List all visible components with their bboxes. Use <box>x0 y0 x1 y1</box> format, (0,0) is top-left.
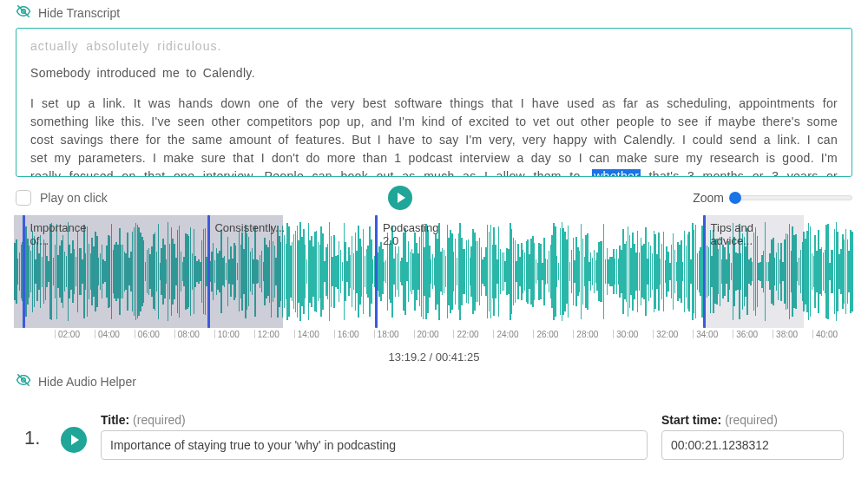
timeline-tick: 22:00 <box>453 330 493 338</box>
play-icon <box>71 435 79 445</box>
start-time-label: Start time: (required) <box>661 413 844 427</box>
timeline-tick: 06:00 <box>135 330 174 338</box>
segment-start-input[interactable] <box>661 430 844 460</box>
toggle-transcript-label: Hide Transcript <box>38 6 120 20</box>
timeline-tick: 12:00 <box>254 330 294 338</box>
timeline-tick: 18:00 <box>374 330 414 338</box>
eye-off-icon <box>16 372 31 391</box>
region-marker[interactable] <box>207 215 210 328</box>
segment-row: 1. Title: (required) Start time: (requir… <box>16 396 852 460</box>
slider-thumb[interactable] <box>729 192 741 204</box>
toggle-transcript[interactable]: Hide Transcript <box>16 3 852 23</box>
region-label: Importanceof... <box>27 220 90 250</box>
timeline-tick: 40:00 <box>812 330 852 338</box>
timeline-tick: 08:00 <box>174 330 214 338</box>
region-marker[interactable] <box>23 215 25 328</box>
region-label: Podcasting2.0 <box>379 220 442 250</box>
region-marker[interactable] <box>703 215 706 328</box>
checkbox[interactable] <box>16 190 31 206</box>
timeline-tick: 16:00 <box>334 330 374 338</box>
transcript-line: I set up a link. It was hands down one o… <box>30 95 838 177</box>
timeline-tick: 36:00 <box>733 330 773 338</box>
timeline-tick: 32:00 <box>653 330 693 338</box>
timeline-tick: 24:00 <box>493 330 533 338</box>
timeline-tick: 30:00 <box>613 330 653 338</box>
zoom-label: Zoom <box>693 191 724 205</box>
region-label: Tips andadvice... <box>707 220 757 250</box>
waveform[interactable]: Importanceof... Consistently... Podcasti… <box>14 215 854 328</box>
timeline-tick: 02:00 <box>55 330 95 338</box>
transcript-box[interactable]: actually absolutely ridiculous. Somebody… <box>16 28 852 177</box>
play-icon <box>398 193 405 203</box>
play-on-click-label: Play on click <box>40 191 108 205</box>
timeline-tick: 10:00 <box>214 330 254 338</box>
zoom-slider[interactable] <box>731 195 852 200</box>
segment-number: 1. <box>24 413 47 449</box>
timeline: 02:0004:0006:0008:0010:0012:0014:0016:00… <box>16 328 852 347</box>
region-label: Consistently... <box>211 220 288 237</box>
transcript-line: actually absolutely ridiculous. <box>30 37 838 56</box>
timeline-tick: 38:00 <box>773 330 812 338</box>
segment-title-input[interactable] <box>101 430 648 460</box>
timeline-tick: 04:00 <box>95 330 135 338</box>
timeline-tick: 34:00 <box>693 330 733 338</box>
timeline-tick: 26:00 <box>533 330 573 338</box>
eye-off-icon <box>16 3 31 23</box>
toggle-audio-helper[interactable]: Hide Audio Helper <box>16 372 852 391</box>
segment-play-button[interactable] <box>61 427 87 453</box>
region-marker[interactable] <box>375 215 378 328</box>
play-button[interactable] <box>388 186 412 210</box>
play-on-click-toggle[interactable]: Play on click <box>16 190 108 206</box>
title-label: Title: (required) <box>101 413 648 427</box>
time-readout: 13:19.2 / 00:41:25 <box>16 351 852 364</box>
timeline-tick: 14:00 <box>294 330 334 338</box>
timeline-tick: 28:00 <box>573 330 613 338</box>
toggle-audio-helper-label: Hide Audio Helper <box>38 375 136 389</box>
timeline-tick <box>16 330 55 338</box>
transcript-line: Somebody introduced me to Calendly. <box>30 64 838 82</box>
timeline-tick: 20:00 <box>414 330 454 338</box>
transcript-highlight: whether <box>592 169 641 177</box>
